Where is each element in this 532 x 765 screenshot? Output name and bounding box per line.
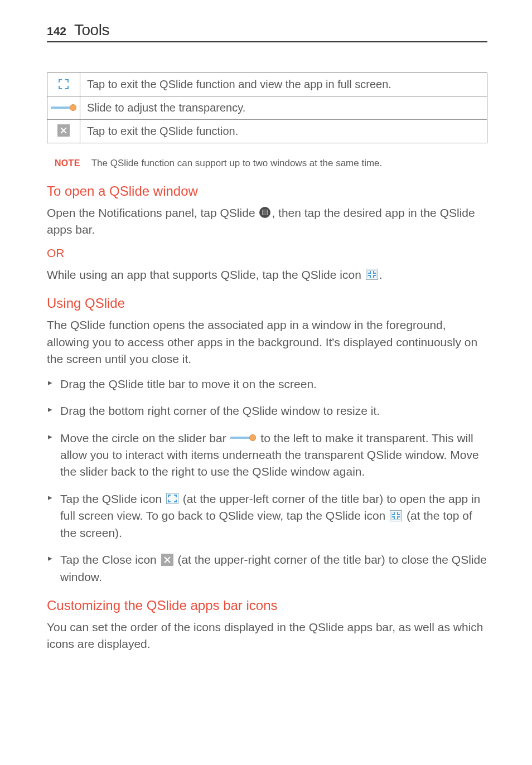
open-heading: To open a QSlide window [47,183,487,199]
icon-description-table: Tap to exit the QSlide function and view… [47,72,487,143]
qslide-button-icon [259,207,270,218]
slider-icon [51,104,76,112]
note-row: NOTE The QSlide function can support up … [55,158,487,169]
close-icon [161,554,173,566]
close-icon [57,124,70,137]
text-fragment: Move the circle on the slider bar [60,432,229,444]
note-text: The QSlide function can support up to tw… [91,158,383,169]
table-row: Tap to exit the QSlide function. [47,120,487,143]
or-label: OR [47,246,487,260]
expand-icon-cell [47,73,80,96]
page-number: 142 [47,25,66,38]
slider-icon-cell [47,96,80,120]
text-fragment: Tap the Close icon [60,553,160,566]
customizing-heading: Customizing the QSlide apps bar icons [47,598,487,613]
table-row: Tap to exit the QSlide function and view… [47,73,487,96]
using-bullets: Drag the QSlide title bar to move it on … [47,376,487,585]
section-title: Tools [74,21,109,39]
list-item: Drag the QSlide title bar to move it on … [47,376,487,393]
qslide-bold: QSlide [220,206,255,219]
table-cell-text: Tap to exit the QSlide function. [80,120,487,143]
open-qslide-section: To open a QSlide window Open the Notific… [47,183,487,283]
text-fragment: While using an app that supports QSlide,… [47,268,365,281]
customizing-section: Customizing the QSlide apps bar icons Yo… [47,598,487,653]
expand-box-icon [166,493,178,504]
using-qslide-section: Using QSlide The QSlide function opens t… [47,296,487,585]
qslide-collapse-icon [390,510,402,521]
list-item: Drag the bottom right corner of the QSli… [47,403,487,419]
expand-icon [58,79,69,90]
table-cell-text: Slide to adjust the transparency. [80,96,487,120]
close-icon-cell [47,120,80,143]
open-paragraph-2: While using an app that supports QSlide,… [47,267,487,283]
customizing-paragraph: You can set the order of the icons displ… [47,619,487,653]
table-cell-text: Tap to exit the QSlide function and view… [80,73,487,96]
using-heading: Using QSlide [47,296,487,311]
table-row: Slide to adjust the transparency. [47,96,487,120]
list-item: Tap the Close icon (at the upper-right c… [47,551,487,585]
qslide-collapse-icon [366,269,378,280]
text-fragment: . [379,268,383,281]
slider-icon [230,434,256,442]
page-header: 142 Tools [47,21,487,42]
note-label: NOTE [55,158,80,168]
open-paragraph-1: Open the Notifications panel, tap QSlide… [47,205,487,239]
using-intro: The QSlide function opens the associated… [47,317,487,367]
list-item: Tap the QSlide icon (at the upper-left c… [47,491,487,541]
list-item: Move the circle on the slider bar to the… [47,430,487,481]
text-fragment: Open the Notifications panel, tap [47,206,220,219]
text-fragment: Tap the QSlide icon [60,492,165,505]
